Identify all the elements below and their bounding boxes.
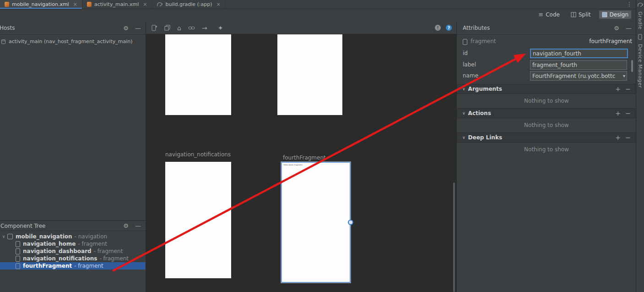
split-view-button[interactable]: Split (568, 11, 594, 19)
close-icon[interactable]: × (143, 1, 147, 7)
deep-links-empty-text: Nothing to show (457, 146, 636, 153)
attributes-scrollbar[interactable] (631, 60, 633, 72)
auto-arrange-icon[interactable]: ✦ (218, 25, 223, 31)
tree-item-type: - fragment (78, 241, 107, 247)
selected-component-row: fragment fourthFragment (457, 37, 636, 47)
tree-row-navigation-dashboard[interactable]: navigation_dashboard - fragment (0, 248, 146, 255)
design-canvas[interactable]: navigation_notifications fourthFragment … (146, 34, 456, 292)
fragment-icon (16, 263, 20, 269)
chevron-down-icon[interactable]: ∨ (1, 234, 6, 239)
go-to-destination-icon[interactable]: → (202, 25, 207, 31)
remove-action-button[interactable]: − (625, 110, 631, 117)
duplicate-icon[interactable] (164, 25, 170, 31)
chevron-down-icon: ∨ (462, 135, 465, 140)
deep-links-section-header[interactable]: ∨ Deep Links + − (457, 132, 636, 143)
fragment-icon (16, 248, 20, 254)
gear-icon[interactable]: ⚙ (123, 25, 129, 31)
gear-icon[interactable]: ⚙ (123, 223, 129, 229)
split-label: Split (579, 11, 591, 18)
tree-item-name: navigation_home (23, 241, 76, 247)
fragment-icon (16, 256, 20, 262)
device-manager-tool-window-button[interactable]: Device Manager (637, 44, 643, 88)
editor-tab-bar: mobile_navigation.xml × activity_main.xm… (0, 0, 636, 9)
label-label: label (463, 61, 476, 68)
fragment-placeholder-text: Hello blank fragment (283, 164, 303, 166)
host-item-activity-main[interactable]: activity_main (nav_host_fragment_activit… (0, 35, 146, 44)
warning-indicator-icon[interactable]: ! (435, 25, 441, 31)
remove-argument-button[interactable]: − (625, 85, 631, 93)
minimize-icon[interactable]: — (135, 223, 141, 229)
tab-build-gradle[interactable]: build.gradle (:app) × (152, 0, 225, 9)
tab-label: activity_main.xml (94, 1, 139, 7)
new-destination-icon[interactable] (152, 25, 157, 31)
component-tree-rows: ∨ mobile_navigation - navigation navigat… (0, 231, 146, 270)
host-item-label: activity_main (nav_host_fragment_activit… (9, 39, 133, 44)
code-view-button[interactable]: ≡ Code (536, 11, 563, 19)
component-type-label: fragment (471, 38, 496, 44)
hosts-panel-title: Hosts (0, 25, 15, 31)
minimize-icon[interactable]: — (626, 25, 632, 31)
section-title: Actions (468, 110, 491, 116)
name-dropdown-value: FourthFragment (ru.yotc.bottc (532, 73, 622, 79)
tab-mobile-navigation-xml[interactable]: mobile_navigation.xml × (0, 0, 82, 9)
fragment-label-notifications: navigation_notifications (165, 151, 231, 158)
design-icon (602, 12, 607, 17)
activity-icon (1, 39, 6, 44)
tree-item-type: - fragment (74, 263, 103, 269)
tree-item-name: fourthFragment (23, 263, 72, 269)
label-input[interactable] (530, 60, 627, 70)
fragment-preview-fourth-selected[interactable]: Hello blank fragment (281, 162, 351, 283)
add-argument-button[interactable]: + (615, 85, 621, 93)
fragment-label-fourth: fourthFragment (283, 154, 326, 161)
section-title: Arguments (468, 86, 502, 92)
attributes-panel: Attributes ⚙ — fragment fourthFragment i… (456, 22, 636, 292)
tree-item-type: - fragment (94, 248, 123, 254)
actions-section-header[interactable]: ∨ Actions + − (457, 108, 636, 118)
gradle-icon (157, 2, 162, 7)
close-icon[interactable]: × (73, 1, 77, 7)
tree-row-navigation-notifications[interactable]: navigation_notifications - fragment (0, 255, 146, 262)
name-attribute-row: name FourthFragment (ru.yotc.bottc ▾ (457, 71, 636, 81)
tree-row-mobile-navigation[interactable]: ∨ mobile_navigation - navigation (0, 233, 146, 240)
tree-row-fourth-fragment[interactable]: fourthFragment - fragment (0, 262, 146, 270)
link-icon[interactable] (188, 26, 195, 30)
component-tree-title: Component Tree (0, 223, 45, 229)
tab-label: build.gradle (:app) (165, 1, 212, 7)
design-canvas-region: ⌂ → ✦ ! ? navigation_notifications fourt… (146, 22, 456, 292)
design-label: Design (610, 11, 628, 18)
tab-activity-main-xml[interactable]: activity_main.xml × (82, 0, 152, 9)
arguments-section-header[interactable]: ∨ Arguments + − (457, 84, 636, 94)
tree-item-name: mobile_navigation (16, 233, 72, 240)
fragment-preview-dashboard[interactable] (277, 34, 342, 115)
canvas-vertical-scrollbar[interactable] (453, 182, 455, 292)
tree-item-type: - navigation (75, 233, 108, 240)
fragment-preview-notifications[interactable] (165, 162, 231, 278)
gradle-tool-window-button[interactable]: Gradle (637, 11, 643, 30)
id-input[interactable] (530, 49, 628, 58)
editor-mode-bar: ≡ Code Split Design (0, 9, 636, 22)
id-attribute-row: id (457, 49, 636, 59)
tree-item-name: navigation_dashboard (23, 248, 92, 254)
navigation-icon (7, 234, 13, 239)
home-icon[interactable]: ⌂ (177, 25, 181, 31)
selection-handle[interactable] (348, 220, 353, 225)
name-label: name (463, 72, 478, 79)
kebab-menu-icon[interactable]: ⋮ (626, 1, 633, 8)
id-label: id (463, 50, 468, 56)
design-view-button[interactable]: Design (599, 11, 631, 19)
name-dropdown[interactable]: FourthFragment (ru.yotc.bottc ▾ (530, 71, 627, 81)
remove-deep-link-button[interactable]: − (625, 134, 631, 141)
device-manager-icon[interactable] (638, 34, 642, 40)
tree-row-navigation-home[interactable]: navigation_home - fragment (0, 240, 146, 248)
help-icon[interactable]: ? (446, 25, 452, 31)
tab-label: mobile_navigation.xml (12, 1, 69, 7)
add-deep-link-button[interactable]: + (615, 134, 621, 141)
add-action-button[interactable]: + (615, 110, 621, 117)
fragment-preview-home[interactable] (165, 34, 231, 115)
attributes-panel-header: Attributes ⚙ — (457, 22, 636, 35)
gradle-icon[interactable] (637, 2, 643, 7)
minimize-icon[interactable]: — (135, 25, 141, 31)
canvas-toolbar: ⌂ → ✦ ! ? (146, 22, 456, 34)
gear-icon[interactable]: ⚙ (614, 25, 619, 31)
close-icon[interactable]: × (216, 1, 221, 7)
